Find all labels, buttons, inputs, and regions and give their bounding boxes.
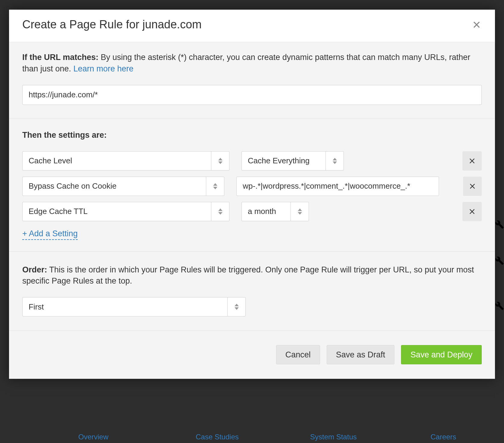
setting-value: Cache Everything	[242, 152, 325, 170]
sort-icon	[206, 177, 224, 196]
setting-type-value: Cache Level	[23, 152, 211, 170]
setting-value-input[interactable]	[236, 177, 439, 196]
order-select[interactable]: First	[22, 297, 246, 316]
save-draft-button[interactable]: Save as Draft	[327, 345, 395, 364]
sort-icon	[211, 202, 229, 221]
setting-row-cache-level: Cache Level Cache Everything	[22, 151, 482, 171]
remove-setting-button[interactable]	[462, 151, 482, 171]
setting-value-select[interactable]: a month	[241, 202, 309, 221]
wrench-icon	[495, 301, 504, 310]
cancel-button[interactable]: Cancel	[276, 345, 320, 364]
url-match-description: If the URL matches: By using the asteris…	[22, 52, 482, 75]
sort-icon	[325, 152, 344, 170]
remove-setting-button[interactable]	[462, 202, 482, 221]
order-value: First	[23, 297, 227, 316]
close-icon[interactable]	[471, 20, 482, 30]
modal-footer: Cancel Save as Draft Save and Deploy	[9, 331, 495, 379]
learn-more-link[interactable]: Learn more here	[73, 64, 134, 73]
wrench-icon	[495, 220, 504, 229]
setting-type-value: Bypass Cache on Cookie	[23, 177, 206, 196]
url-pattern-input[interactable]	[22, 85, 482, 105]
wrench-icon	[495, 256, 504, 265]
order-section: Order: This is the order in which your P…	[9, 252, 495, 331]
url-match-section: If the URL matches: By using the asteris…	[9, 42, 495, 118]
settings-label: Then the settings are:	[22, 130, 482, 140]
save-deploy-button[interactable]: Save and Deploy	[401, 345, 482, 364]
remove-setting-button[interactable]	[463, 177, 482, 196]
setting-row-edge-cache-ttl: Edge Cache TTL a month	[22, 202, 482, 221]
setting-value-select[interactable]: Cache Everything	[241, 151, 344, 171]
modal-title: Create a Page Rule for junade.com	[22, 18, 202, 31]
order-label: Order:	[22, 265, 47, 274]
bg-link-overview: Overview	[78, 433, 108, 441]
settings-section: Then the settings are: Cache Level Cache…	[9, 118, 495, 252]
setting-value: a month	[242, 202, 291, 221]
modal-header: Create a Page Rule for junade.com	[9, 10, 495, 42]
order-description: Order: This is the order in which your P…	[22, 264, 482, 287]
bg-link-system-status: System Status	[310, 433, 357, 441]
setting-row-bypass-cache: Bypass Cache on Cookie	[22, 177, 482, 196]
bg-link-careers: Careers	[431, 433, 456, 441]
page-rule-modal: Create a Page Rule for junade.com If the…	[9, 10, 495, 379]
setting-type-select[interactable]: Edge Cache TTL	[22, 202, 229, 221]
sort-icon	[291, 202, 309, 221]
setting-type-select[interactable]: Bypass Cache on Cookie	[22, 177, 224, 196]
order-text: This is the order in which your Page Rul…	[22, 265, 474, 286]
add-setting-button[interactable]: + Add a Setting	[22, 229, 78, 240]
setting-type-select[interactable]: Cache Level	[22, 151, 229, 171]
url-match-label: If the URL matches:	[22, 53, 98, 62]
bg-link-case-studies: Case Studies	[196, 433, 239, 441]
sort-icon	[211, 152, 229, 170]
setting-type-value: Edge Cache TTL	[23, 202, 211, 221]
sort-icon	[227, 297, 245, 316]
